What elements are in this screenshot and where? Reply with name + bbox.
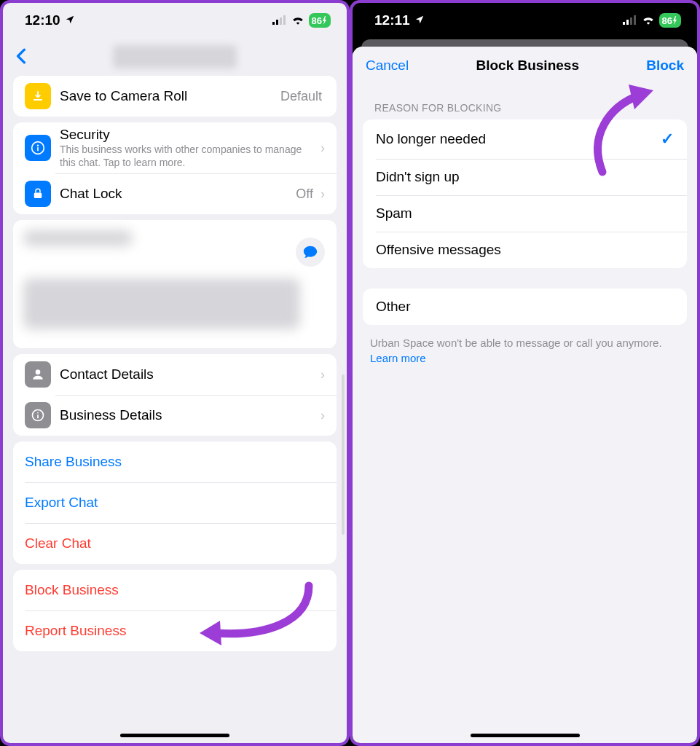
- home-indicator: [471, 734, 580, 737]
- wifi-icon: [291, 12, 304, 28]
- info-icon: [25, 135, 51, 161]
- status-time: 12:11: [374, 12, 410, 28]
- row-clear-chat[interactable]: Clear Chat: [13, 523, 337, 564]
- cellular-icon: [272, 12, 287, 28]
- svg-rect-3: [283, 15, 286, 25]
- reason-list: No longer needed ✓ Didn't sign up Spam O…: [363, 119, 687, 268]
- row-report-business[interactable]: Report Business: [13, 610, 337, 651]
- svg-rect-14: [630, 17, 632, 25]
- svg-rect-0: [272, 22, 275, 25]
- svg-rect-1: [276, 20, 278, 25]
- row-block-business[interactable]: Block Business: [13, 570, 337, 610]
- wifi-icon: [642, 12, 655, 28]
- cancel-button[interactable]: Cancel: [366, 58, 409, 74]
- sheet-title: Block Business: [476, 58, 579, 74]
- row-value: Off: [296, 186, 313, 202]
- footer-note: Urban Space won't be able to message or …: [353, 325, 697, 376]
- details-card: Contact Details › Business Details ›: [13, 354, 337, 436]
- block-button[interactable]: Block: [646, 58, 684, 74]
- battery-indicator: 86: [309, 13, 331, 28]
- row-label: Business Details: [60, 407, 316, 423]
- chevron-right-icon: ›: [320, 186, 325, 202]
- svg-rect-15: [634, 15, 636, 25]
- location-icon: [65, 12, 75, 28]
- row-business-details[interactable]: Business Details ›: [13, 395, 337, 436]
- sheet-header: Cancel Block Business Block: [353, 47, 697, 85]
- svg-point-10: [37, 412, 39, 414]
- row-value: Default: [280, 89, 322, 104]
- reason-offensive[interactable]: Offensive messages: [363, 232, 687, 268]
- scrollbar[interactable]: [342, 374, 345, 535]
- download-icon: [25, 83, 51, 109]
- svg-rect-2: [280, 17, 282, 25]
- row-label: Chat Lock: [60, 186, 296, 202]
- row-label: Security: [60, 127, 316, 143]
- battery-indicator: 86: [659, 13, 681, 28]
- row-save-camera-roll[interactable]: Save to Camera Roll Default: [13, 76, 337, 117]
- contact-name-redacted: [113, 45, 237, 68]
- settings-card-security: Security This business works with other …: [13, 122, 337, 214]
- info-circle-icon: [25, 402, 51, 428]
- location-icon: [414, 12, 425, 28]
- svg-point-5: [37, 145, 39, 147]
- status-bar: 12:10 86: [3, 3, 347, 38]
- person-icon: [25, 361, 51, 388]
- chevron-right-icon: ›: [320, 141, 325, 156]
- nav-header: [3, 38, 347, 76]
- chat-icon[interactable]: [296, 237, 325, 267]
- reason-other[interactable]: Other: [363, 288, 687, 325]
- row-security[interactable]: Security This business works with other …: [13, 122, 337, 173]
- row-contact-details[interactable]: Contact Details ›: [13, 354, 337, 395]
- svg-rect-13: [626, 20, 629, 25]
- row-share-business[interactable]: Share Business: [13, 441, 337, 482]
- chevron-right-icon: ›: [320, 408, 325, 423]
- svg-rect-12: [623, 22, 625, 25]
- other-list: Other: [363, 288, 687, 325]
- screenshot-left: 12:10 86 Save to Camera Roll Defau: [0, 0, 350, 746]
- row-label: Contact Details: [60, 366, 316, 382]
- svg-rect-6: [37, 147, 39, 151]
- svg-point-8: [36, 370, 41, 375]
- reason-spam[interactable]: Spam: [363, 195, 687, 232]
- settings-card-media: Save to Camera Roll Default: [13, 76, 337, 117]
- status-time: 12:10: [25, 12, 60, 28]
- check-icon: ✓: [661, 130, 674, 149]
- row-export-chat[interactable]: Export Chat: [13, 482, 337, 523]
- chevron-right-icon: ›: [320, 367, 325, 382]
- actions-card-2: Block Business Report Business: [13, 570, 337, 651]
- lock-icon: [25, 181, 51, 207]
- contact-info-redacted: [13, 220, 337, 348]
- cellular-icon: [623, 12, 637, 28]
- back-button[interactable]: [10, 44, 32, 69]
- row-chat-lock[interactable]: Chat Lock Off ›: [13, 173, 337, 214]
- reason-no-longer-needed[interactable]: No longer needed ✓: [363, 119, 687, 159]
- screenshot-right: 12:11 86 Cancel Block Business Block Rea…: [350, 0, 700, 746]
- learn-more-link[interactable]: Learn more: [370, 352, 426, 364]
- reason-didnt-sign-up[interactable]: Didn't sign up: [363, 159, 687, 195]
- status-bar: 12:11 86: [353, 3, 697, 38]
- actions-card-1: Share Business Export Chat Clear Chat: [13, 441, 337, 564]
- row-label: Save to Camera Roll: [60, 88, 280, 104]
- section-header: Reason for Blocking: [353, 85, 697, 119]
- row-subtitle: This business works with other companies…: [60, 143, 316, 169]
- home-indicator: [120, 734, 229, 737]
- modal-sheet: Cancel Block Business Block Reason for B…: [353, 47, 697, 743]
- svg-rect-7: [34, 193, 42, 199]
